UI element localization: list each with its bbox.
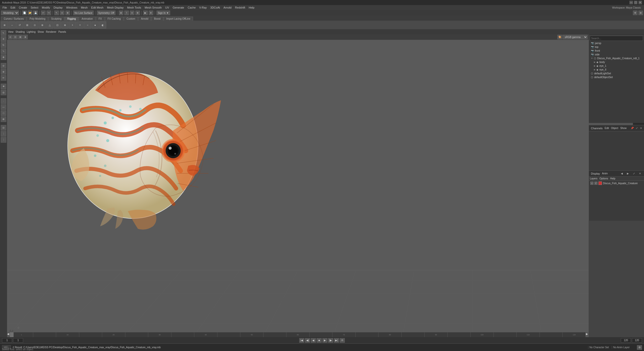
- redo-button[interactable]: ↪: [47, 11, 51, 15]
- color-space-select[interactable]: sRGB gamma: [562, 35, 588, 39]
- shelf-tab-boost[interactable]: Boost: [151, 17, 163, 21]
- shelf-tool-5[interactable]: ⊙: [31, 21, 38, 28]
- menu-mesh[interactable]: Mesh: [79, 6, 89, 10]
- outliner-search-input[interactable]: [590, 36, 643, 41]
- render-button[interactable]: ▶: [143, 11, 148, 15]
- shelf-tab-curves[interactable]: Curves / Surfaces: [1, 17, 26, 21]
- snap-grid-button[interactable]: ⊞: [119, 11, 123, 15]
- panel-menu-panels[interactable]: Panels: [58, 30, 66, 33]
- timeline-scroll-left[interactable]: ◀: [7, 332, 10, 337]
- display-tab-layers[interactable]: Layers: [590, 177, 597, 180]
- panel-menu-show[interactable]: Show: [37, 30, 44, 33]
- outliner-item-fish-root[interactable]: ▼ ⬡ Discus_Fish_Aquatic_Creature_ndt_1: [589, 56, 644, 60]
- display-btn-3[interactable]: ⤢: [632, 172, 636, 176]
- save-file-button[interactable]: 💾: [33, 11, 38, 15]
- range-start-input[interactable]: [2, 338, 12, 343]
- timeline[interactable]: ◀ 1 10 20 30 40 50 60 70 80 90 100: [7, 332, 589, 337]
- menu-help[interactable]: Help: [247, 6, 256, 10]
- outliner-item-body[interactable]: ▶ ◈ body: [589, 60, 644, 64]
- timeline-playhead[interactable]: [10, 332, 14, 337]
- snap-surface-button[interactable]: ⊗: [135, 11, 140, 15]
- mode-selector[interactable]: Modeling: [1, 11, 19, 15]
- stop-button[interactable]: ■: [317, 338, 322, 343]
- vertex-btn[interactable]: ·: [1, 98, 6, 104]
- scale-tool[interactable]: ⤡: [1, 48, 6, 54]
- menu-edit[interactable]: Edit: [9, 6, 17, 10]
- uv-btn[interactable]: ⊞: [1, 116, 6, 122]
- hypershade-btn[interactable]: ⋮: [1, 131, 6, 137]
- outliner-hscrollbar[interactable]: [589, 123, 644, 125]
- timeline-track[interactable]: 1 10 20 30 40 50 60 70 80 90 100 110 120: [10, 332, 586, 337]
- camera-btn-1[interactable]: ⊙: [8, 35, 13, 39]
- channel-menu-object[interactable]: Object: [611, 127, 618, 130]
- menu-modify[interactable]: Modify: [40, 6, 51, 10]
- display-btn-1[interactable]: ◀: [620, 172, 624, 176]
- shelf-tab-sculpting[interactable]: Sculpting: [48, 17, 64, 21]
- step-back-button[interactable]: ◀|: [305, 338, 310, 343]
- outliner-item-side[interactable]: 📷 side: [589, 53, 644, 56]
- shelf-tab-animation[interactable]: Animation: [79, 17, 95, 21]
- soft-select-btn[interactable]: ⊙: [1, 63, 6, 69]
- layout-button[interactable]: ⊞: [638, 11, 643, 15]
- outliner-item-default-light-set[interactable]: ⬡ defaultLightSet: [589, 72, 644, 75]
- lasso-btn[interactable]: ⊚: [1, 69, 6, 75]
- shelf-tool-8[interactable]: ⊡: [54, 21, 61, 28]
- display-layer-row[interactable]: V P Discus_Fish_Aquatic_Creature: [589, 181, 644, 186]
- shelf-tool-13[interactable]: ●: [92, 21, 99, 28]
- ipr-render-button[interactable]: ⏸: [149, 11, 153, 15]
- panel-menu-view[interactable]: View: [8, 30, 14, 33]
- multi-tool[interactable]: ⊕: [1, 54, 6, 60]
- menu-display[interactable]: Display: [52, 6, 64, 10]
- play-back-button[interactable]: ◀: [311, 338, 316, 343]
- loop-button[interactable]: ⟳: [340, 338, 345, 343]
- shelf-tab-arnold[interactable]: Arnold: [138, 17, 151, 21]
- menu-3dcoat[interactable]: 3DCoAt: [209, 6, 222, 10]
- sign-in-button[interactable]: Sign In ▼: [157, 11, 170, 15]
- display-tab-options[interactable]: Options: [599, 177, 608, 180]
- open-file-button[interactable]: 📂: [28, 11, 32, 15]
- symmetry-button[interactable]: Symmetry: Off: [97, 11, 116, 15]
- layer-visibility-checkbox[interactable]: V: [590, 182, 593, 185]
- snap-point-button[interactable]: ⊙: [130, 11, 134, 15]
- menu-file[interactable]: File: [1, 6, 9, 10]
- camera-btn-3[interactable]: ⊞: [18, 35, 23, 39]
- channel-expand-btn[interactable]: ⤢: [636, 126, 638, 130]
- display-btn-4[interactable]: ✕: [638, 172, 642, 176]
- lasso-tool-button[interactable]: ⊙: [60, 11, 64, 15]
- select-tool[interactable]: ↖: [1, 30, 6, 36]
- main-viewport[interactable]: persp M ⊹: [7, 40, 589, 337]
- edge-btn[interactable]: —: [1, 104, 6, 110]
- shelf-tool-6[interactable]: ⊗: [39, 21, 46, 28]
- shelf-tool-2[interactable]: ↔: [9, 21, 16, 28]
- select-tool-button[interactable]: ↖: [54, 11, 59, 15]
- range-end-input-120b[interactable]: [632, 338, 642, 343]
- snap-curve-button[interactable]: ⌇: [124, 11, 129, 15]
- display-btn-2[interactable]: ▶: [626, 172, 630, 176]
- shelf-tool-3[interactable]: ↺: [16, 21, 23, 28]
- settings-button[interactable]: ⚙: [633, 11, 637, 15]
- channel-menu-show[interactable]: Show: [620, 127, 627, 130]
- shelf-tab-poly[interactable]: Poly Modeling: [27, 17, 48, 21]
- no-live-surface-button[interactable]: No Live Surface: [73, 11, 94, 15]
- new-file-button[interactable]: 📄: [22, 11, 27, 15]
- outliner-item-eye1[interactable]: ▶ ◈ eye_1: [589, 64, 644, 68]
- shelf-tool-4[interactable]: ⊞: [24, 21, 31, 28]
- channel-pin-btn[interactable]: 📌: [631, 126, 634, 130]
- isolate-btn[interactable]: ◎: [1, 90, 6, 95]
- outliner-hscroll-thumb[interactable]: [589, 123, 633, 125]
- shelf-tool-9[interactable]: ⊕: [61, 21, 68, 28]
- show-hide-btn[interactable]: 👁: [1, 84, 6, 89]
- menu-generate[interactable]: Generate: [171, 6, 186, 10]
- outliner-item-persp[interactable]: 📷 persp: [589, 41, 644, 45]
- color-manage-btn[interactable]: 🎨: [557, 35, 562, 39]
- menu-edit-mesh[interactable]: Edit Mesh: [90, 6, 105, 10]
- go-end-button[interactable]: ▶|: [334, 338, 339, 343]
- display-tab-help[interactable]: Help: [610, 177, 615, 180]
- menu-vray[interactable]: V-Ray: [198, 6, 208, 10]
- menu-select[interactable]: Select: [29, 6, 40, 10]
- face-btn[interactable]: □: [1, 110, 6, 116]
- maximize-button[interactable]: ☐: [634, 1, 637, 4]
- shelf-tool-11[interactable]: ×: [77, 21, 84, 28]
- menu-redshift[interactable]: Redshift: [234, 6, 247, 10]
- undo-button[interactable]: ↩: [41, 11, 46, 15]
